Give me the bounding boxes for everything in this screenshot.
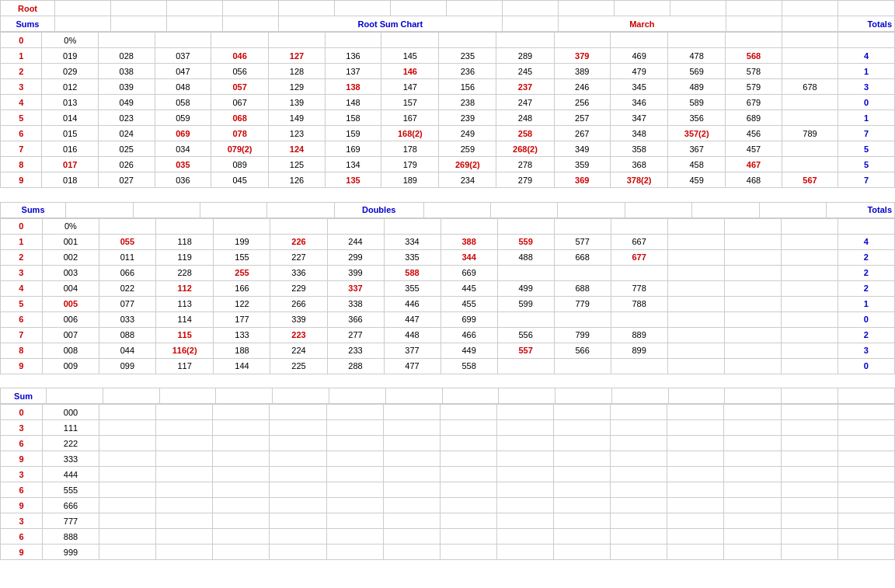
header-cell: [47, 388, 103, 404]
val-cell: [497, 358, 554, 374]
val-cell: 146: [381, 64, 439, 79]
table-row: 8017026035089125134179269(2)278359368458…: [1, 157, 895, 172]
empty-cell: [611, 451, 667, 467]
header-cell: [625, 202, 691, 217]
val-cell: 026: [99, 157, 155, 172]
empty-cell: [156, 529, 213, 545]
empty-cell: [326, 467, 383, 482]
empty-cell: [667, 482, 724, 498]
empty-cell: [838, 451, 894, 467]
val-cell: [724, 280, 781, 296]
empty-cell: [384, 218, 441, 234]
spacer: [1, 378, 895, 388]
val-cell: 237: [496, 79, 554, 95]
empty-cell: [781, 451, 838, 467]
empty-cell: [326, 529, 383, 545]
header-cell: [111, 16, 167, 32]
val-cell: 357(2): [668, 126, 726, 141]
total-cell: [838, 33, 895, 48]
val-cell: 179: [381, 157, 439, 172]
val-cell: 008: [42, 343, 99, 358]
empty-cell: [156, 498, 213, 513]
val-cell: 267: [554, 126, 611, 141]
val-cell: 246: [554, 79, 611, 95]
triple-val-cell: 222: [42, 436, 99, 451]
empty-cell: [554, 482, 611, 498]
empty-cell: [270, 545, 326, 560]
empty-cell: [213, 467, 270, 482]
empty-cell: [99, 436, 156, 451]
val-cell: 668: [554, 249, 611, 265]
empty-cell: [326, 405, 383, 420]
val-cell: 066: [99, 265, 155, 280]
val-cell: 566: [554, 343, 611, 358]
empty-cell: [781, 420, 838, 436]
header-cell: [55, 16, 111, 32]
val-cell: 228: [155, 265, 214, 280]
val-cell: 169: [325, 141, 381, 157]
empty-cell: [439, 33, 496, 48]
val-cell: 778: [611, 280, 667, 296]
sum-cell: 4: [1, 95, 42, 110]
val-cell: 157: [381, 95, 439, 110]
val-cell: 589: [668, 95, 726, 110]
table-row: 50050771131222663384464555997797881: [1, 296, 895, 311]
val-cell: 248: [496, 110, 554, 126]
empty-cell: [724, 529, 781, 545]
empty-cell: [99, 467, 156, 482]
empty-cell: [440, 467, 496, 482]
empty-cell: [270, 218, 327, 234]
val-cell: 256: [554, 95, 611, 110]
val-cell: 377: [384, 343, 441, 358]
val-cell: [781, 249, 838, 265]
val-cell: 078: [211, 126, 269, 141]
sum-cell: 6: [1, 482, 43, 498]
doubles-sum-label: Sums: [1, 202, 66, 217]
val-cell: 089: [211, 157, 269, 172]
sum-cell: 3: [1, 513, 43, 529]
empty-cell: [383, 467, 440, 482]
table-row: 2029038047056128137146236245389479569578…: [1, 64, 895, 79]
header-cell: [782, 388, 838, 404]
total-cell: 1: [838, 296, 894, 311]
val-cell: 224: [270, 343, 327, 358]
sum-cell: 0: [1, 33, 42, 48]
val-cell: 456: [726, 126, 782, 141]
val-cell: [782, 95, 838, 110]
sum-cell: 3: [1, 79, 42, 95]
val-cell: 014: [42, 110, 99, 126]
val-cell: 678: [782, 79, 838, 95]
total-cell: 0: [838, 358, 894, 374]
header-cell: [838, 1, 894, 16]
val-cell: 133: [214, 327, 270, 343]
totals-label-doubles: Totals: [827, 202, 895, 217]
triple-val-cell: 111: [42, 420, 99, 436]
sum-cell: 9: [1, 172, 42, 188]
empty-cell: [611, 482, 667, 498]
empty-cell: [440, 545, 496, 560]
val-cell: 588: [384, 265, 441, 280]
val-cell: 257: [554, 110, 611, 126]
val-cell: 388: [441, 234, 497, 249]
total-cell: 1: [838, 110, 895, 126]
header-cell: [273, 388, 329, 404]
val-cell: 018: [42, 172, 99, 188]
val-cell: 556: [497, 327, 554, 343]
val-cell: 889: [611, 327, 667, 343]
val-cell: 115: [155, 327, 214, 343]
val-cell: 136: [325, 48, 381, 64]
empty-cell: [781, 218, 838, 234]
empty-cell: [611, 545, 667, 560]
val-cell: 336: [270, 265, 327, 280]
pct-cell: 0%: [42, 33, 99, 48]
val-cell: 367: [668, 141, 726, 157]
val-cell: 013: [42, 95, 99, 110]
total-cell: 2: [838, 265, 894, 280]
val-cell: [611, 265, 667, 280]
empty-cell: [724, 436, 781, 451]
val-cell: 144: [214, 358, 270, 374]
empty-cell: [440, 482, 496, 498]
header-cell: [267, 202, 334, 217]
total-cell: 4: [838, 48, 895, 64]
empty-cell: [213, 420, 270, 436]
